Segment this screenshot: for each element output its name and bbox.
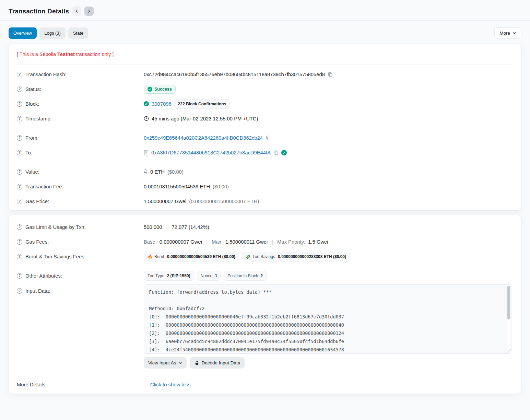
max-priority-fee-value: 1.5 Gwei [308,239,328,245]
gas-usage-value: 72,077 (14.42%) [172,224,209,230]
row-timestamp: ? Timestamp: 45 mins ago (Mar-02-2023 12… [17,111,513,126]
copy-icon [328,72,333,77]
status-badge: Success [144,85,176,94]
row-input-data: ? Input Data: Function: forward(address … [17,284,513,354]
help-icon[interactable]: ? [17,135,22,141]
gas-price-label: Gas Price: [25,199,49,204]
row-gas-limit: ? Gas Limit & Usage by Txn: 500,000 | 72… [17,220,513,234]
contract-file-icon [144,150,149,155]
nonce-badge: Nonce: 1 [197,271,221,281]
from-address-link[interactable]: 0x259c49E65644a020C2A642260a4ffB0CD862cb… [144,135,263,141]
testnet-warning: [ This is a Sepolia Testnet transaction … [17,46,513,62]
block-label: Block: [25,101,39,107]
max-fee-value: 1.500000011 Gwei [225,239,268,245]
row-transaction-hash: ? Transaction Hash: 0xc72d984ccac6190b5f… [17,67,513,82]
help-icon[interactable]: ? [17,288,22,294]
burnt-value: 0.000000000000504539 ETH ($0.00) [167,254,235,259]
input-data-label: Input Data: [25,288,50,294]
help-icon[interactable]: ? [17,169,22,175]
header-divider [0,20,530,21]
timestamp-value: 45 mins ago (Mar-02-2023 12:55:00 PM +UT… [152,116,258,121]
page-header: Transaction Details [9,0,521,20]
overview-card: [ This is a Sepolia Testnet transaction … [9,44,521,211]
tab-overview[interactable]: Overview [9,27,37,39]
to-label: To: [25,150,32,155]
input-data-content: Function: forward(address to,bytes data)… [144,285,511,354]
transaction-fee-label: Transaction Fee: [25,184,63,189]
input-data-textarea[interactable]: Function: forward(address to,bytes data)… [144,284,511,354]
row-input-actions: View Input As Decode Input Data [17,354,513,373]
click-to-show-less-link[interactable]: — Click to show less [144,382,191,387]
details-card: ? Gas Limit & Usage by Txn: 500,000 | 72… [9,215,521,394]
base-fee-label: Base: [144,239,157,245]
tab-list: Overview Logs (3) State [9,27,88,39]
from-label: From: [25,135,39,141]
transaction-details-page: Transaction Details Overview Logs (3) St… [0,0,530,404]
view-input-as-button[interactable]: View Input As [144,357,187,369]
tab-state[interactable]: State [68,27,88,39]
gas-fees-label: Gas Fees: [25,239,49,245]
gas-limit-value: 500,000 [144,224,162,230]
burnt-label: Burnt: [154,254,165,259]
timestamp-label: Timestamp: [25,116,52,121]
txn-type-badge: Txn Type: 2 (EIP-1559) [144,271,194,281]
copy-button[interactable] [328,72,333,77]
help-icon[interactable]: ? [17,86,22,92]
input-data-scrollbar-thumb[interactable] [507,286,510,319]
decode-input-data-button[interactable]: Decode Input Data [190,357,245,369]
resize-handle[interactable] [507,349,510,353]
help-icon[interactable]: ? [17,224,22,230]
block-confirmations-badge: 222 Block Confirmations [174,99,230,109]
separator: | [205,239,209,245]
tabs-row: Overview Logs (3) State More [9,27,521,39]
row-to: ? To: 0xA3f07D6773514480b918C2742b027b3a… [17,145,513,160]
to-address-link[interactable]: 0xA3f07D6773514480b918C2742b027b3acD9E44… [151,150,271,155]
previous-transaction-button[interactable] [72,7,81,16]
block-number-link[interactable]: 3007096 [152,101,172,107]
row-status: ? Status: Success [17,82,513,96]
chevron-left-icon [75,9,79,13]
help-icon[interactable]: ? [17,254,22,259]
fire-icon: 🔥 [148,254,153,259]
divider [17,266,513,266]
row-from: ? From: 0x259c49E65644a020C2A642260a4ffB… [17,130,513,145]
separator: | [270,239,274,245]
help-icon[interactable]: ? [17,150,22,155]
check-circle-icon [144,101,149,106]
gas-limit-label: Gas Limit & Usage by Txn: [25,224,86,230]
copy-button[interactable] [273,150,279,155]
copy-button[interactable] [266,135,271,140]
row-transaction-fee: ? Transaction Fee: 0.000108115500504539 … [17,179,513,194]
separator: | [165,224,169,230]
help-icon[interactable]: ? [17,184,22,189]
row-block: ? Block: 3007096 222 Block Confirmations [17,96,513,111]
status-value: Success [154,87,172,92]
help-icon[interactable]: ? [17,101,22,107]
help-icon[interactable]: ? [17,239,22,245]
txn-savings-badge: 💸 Txn Savings: 0.000000000000288308 ETH … [242,252,350,261]
value-label: Value: [25,169,39,175]
warning-prefix: [ This is a Sepolia [17,51,57,57]
help-icon[interactable]: ? [17,72,22,77]
next-transaction-button[interactable] [84,7,94,16]
transaction-fee-amount: 0.000108115500504539 ETH [144,184,210,189]
row-burnt-savings: ? Burnt & Txn Savings Fees: 🔥 Burnt: 0.0… [17,249,513,264]
help-icon[interactable]: ? [17,116,22,121]
more-details-label: More Details: [17,382,47,387]
transaction-hash-label: Transaction Hash: [25,72,67,77]
txn-savings-label: Txn Savings: [252,254,276,259]
max-priority-fee-label: Max Priority: [277,239,305,245]
check-circle-icon [148,87,152,92]
clock-icon [144,116,149,121]
eth-icon [144,169,148,175]
decode-icon [195,361,199,365]
help-icon[interactable]: ? [17,199,22,204]
position-in-block-badge: Position In Block: 2 [224,271,267,281]
page-title: Transaction Details [9,8,69,15]
tab-logs[interactable]: Logs (3) [39,27,66,39]
help-icon[interactable]: ? [17,273,22,279]
copy-icon [273,150,279,155]
divider [17,128,513,128]
more-button-label: More [499,31,510,36]
more-button[interactable]: More [494,27,521,39]
